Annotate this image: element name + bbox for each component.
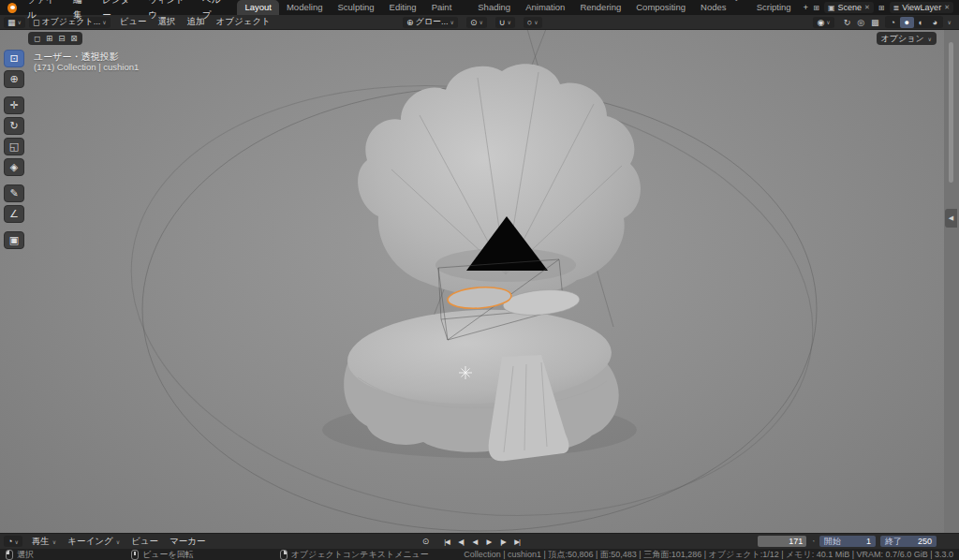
status-bar: 選択 ビューを回転 オブジェクトコンテキストメニュー Collection | …: [0, 549, 959, 560]
snap-toggle[interactable]: ∪ ∨: [495, 17, 515, 28]
menu-window[interactable]: ウィンドウ: [141, 0, 196, 22]
menu-marker[interactable]: マーカー: [164, 536, 211, 548]
shading-mode-group: ◔ ● ◐ ◕: [885, 16, 943, 28]
shading-wireframe-icon[interactable]: ◔: [886, 17, 900, 28]
viewlayer-browse-icon[interactable]: ⊞: [878, 4, 885, 12]
tool-scale[interactable]: ◱: [4, 138, 24, 155]
tab-modeling[interactable]: Modeling: [279, 0, 331, 15]
hint-rotate-view: ビューを回転: [131, 549, 194, 560]
right-mouse-icon: [280, 550, 288, 560]
shading-rendered-icon[interactable]: ◕: [928, 17, 942, 28]
play-button[interactable]: ▶: [483, 538, 494, 546]
viewlayer-selector[interactable]: ≣ ViewLayer ✕: [890, 2, 953, 13]
left-mouse-icon: [6, 550, 13, 560]
tool-select-box[interactable]: ⊡: [4, 50, 24, 67]
add-cube-icon: ▣: [9, 234, 19, 246]
menu-file[interactable]: ファイル: [21, 0, 66, 22]
pivot-select[interactable]: ⊙ ∨: [466, 17, 487, 28]
end-label: 終了: [885, 536, 902, 548]
scale-icon: ◱: [9, 140, 19, 153]
play-reverse-button[interactable]: ◀: [469, 538, 480, 546]
tool-measure[interactable]: ∠: [4, 205, 24, 223]
tab-shading[interactable]: Shading: [470, 0, 518, 15]
transform-icon: ◈: [10, 161, 18, 173]
tab-sculpting[interactable]: Sculpting: [331, 0, 382, 15]
tool-rotate[interactable]: ↻: [4, 117, 24, 135]
tool-cursor[interactable]: ⊕: [4, 70, 24, 88]
overlays-toggle-icon[interactable]: ◎: [856, 18, 865, 27]
menu-keying[interactable]: キーイング∨: [62, 536, 125, 548]
gizmo-toggle-icon[interactable]: ↻: [843, 18, 852, 27]
menu-playback[interactable]: 再生∨: [26, 536, 62, 548]
auto-keying-icon[interactable]: ⊙: [420, 537, 431, 546]
clock-icon: ◔: [811, 538, 815, 544]
menu-timeline-view[interactable]: ビュー: [125, 536, 164, 548]
jump-to-end-button[interactable]: ▶|: [511, 538, 523, 546]
current-frame-field[interactable]: 171: [758, 536, 806, 547]
frame-start-field[interactable]: 開始 1: [819, 536, 876, 547]
display-controls: ◉ ∨ ↻ ◎ ▩ ◔ ● ◐ ◕ ∨: [813, 16, 952, 28]
visibility-dropdown[interactable]: ◉ ∨: [813, 17, 834, 28]
scene-browse-icon[interactable]: ⊞: [813, 4, 819, 12]
chevron-down-icon: ∨: [534, 19, 538, 25]
scrollbar[interactable]: [949, 42, 953, 183]
shading-material-icon[interactable]: ◐: [914, 17, 928, 28]
scene-name: Scene: [837, 3, 862, 12]
viewlayer-remove-icon[interactable]: ✕: [944, 4, 950, 11]
tab-geometry-nodes[interactable]: Geometry Nodes: [693, 0, 749, 15]
scene-selector[interactable]: ▣ Scene ✕: [824, 2, 874, 13]
tab-rendering[interactable]: Rendering: [572, 0, 628, 15]
timeline-editor-type-button[interactable]: ◔ ∨: [4, 536, 22, 547]
annotate-icon: ✎: [9, 187, 18, 199]
start-label: 開始: [824, 536, 841, 548]
select-mode-new-icon[interactable]: ◻: [33, 34, 41, 43]
prev-keyframe-button[interactable]: ◀|: [455, 538, 466, 546]
options-dropdown[interactable]: オプション ∨: [877, 32, 937, 45]
tab-uv-editing[interactable]: UV Editing: [382, 0, 424, 15]
shading-solid-icon[interactable]: ●: [900, 17, 914, 28]
transform-controls: ⊕ グロー... ∨ ⊙ ∨ ∪ ∨ ○ ∨: [403, 16, 546, 28]
tool-move[interactable]: ✛: [4, 96, 24, 114]
active-object-label: (171) Collection | cushion1: [34, 62, 139, 72]
measure-icon: ∠: [9, 208, 19, 220]
select-mode-subtract-icon[interactable]: ⊟: [57, 34, 66, 43]
jump-to-start-button[interactable]: |◀: [441, 538, 452, 546]
tab-texture-paint[interactable]: Texture Paint: [424, 0, 471, 15]
add-workspace-button[interactable]: +: [799, 0, 814, 15]
xray-toggle-icon[interactable]: ▩: [870, 18, 880, 27]
tab-layout[interactable]: Layout: [237, 0, 279, 15]
visibility-icon: ◉: [817, 18, 824, 27]
select-mode-invert-icon[interactable]: ⊠: [69, 34, 78, 43]
middle-mouse-icon: [131, 550, 139, 560]
tool-transform[interactable]: ◈: [4, 158, 24, 176]
blender-logo-icon[interactable]: [7, 3, 17, 13]
sidebar-collapse-tab[interactable]: ◀: [945, 209, 957, 228]
move-icon: ✛: [9, 99, 18, 111]
scene-unlink-icon[interactable]: ✕: [864, 4, 870, 11]
toolbar: ⊡ ⊕ ✛ ↻ ◱ ◈ ✎ ∠ ▣: [4, 50, 24, 249]
scene-statistics: Collection | cushion1 | 頂点:50,806 | 面:50…: [464, 549, 953, 560]
orientation-select[interactable]: ⊕ グロー... ∨: [403, 17, 458, 28]
shading-options-chevron-icon[interactable]: ∨: [948, 19, 952, 25]
viewlayer-icon: ≣: [893, 4, 900, 12]
select-mode-extend-icon[interactable]: ⊞: [45, 34, 53, 43]
tab-animation[interactable]: Animation: [518, 0, 572, 15]
start-value: 1: [866, 537, 871, 546]
menu-help[interactable]: ヘルプ: [196, 0, 233, 22]
menu-render[interactable]: レンダー: [96, 0, 141, 22]
viewport-3d[interactable]: ◻ ⊞ ⊟ ⊠ オプション ∨ ユーザー・透視投影 (171) Collecti…: [0, 29, 944, 534]
select-box-icon: ⊡: [9, 52, 18, 65]
pivot-icon: ⊙: [470, 18, 478, 27]
frame-range-controls: 171 ◔ 開始 1 終了 250: [758, 536, 937, 547]
tool-add-cube[interactable]: ▣: [4, 231, 24, 249]
menu-edit[interactable]: 編集: [66, 0, 96, 22]
select-mode-pill: ◻ ⊞ ⊟ ⊠: [28, 32, 82, 45]
tool-annotate[interactable]: ✎: [4, 184, 24, 202]
proportional-edit-toggle[interactable]: ○ ∨: [524, 17, 542, 28]
next-keyframe-button[interactable]: |▶: [497, 538, 509, 546]
viewlayer-name: ViewLayer: [902, 3, 941, 12]
timeline-bar: ◔ ∨ 再生∨ キーイング∨ ビュー マーカー ⊙ |◀ ◀| ◀ ▶ |▶ ▶…: [0, 533, 959, 549]
tab-compositing[interactable]: Compositing: [628, 0, 693, 15]
frame-end-field[interactable]: 終了 250: [880, 536, 937, 547]
tab-scripting[interactable]: Scripting: [749, 0, 799, 15]
